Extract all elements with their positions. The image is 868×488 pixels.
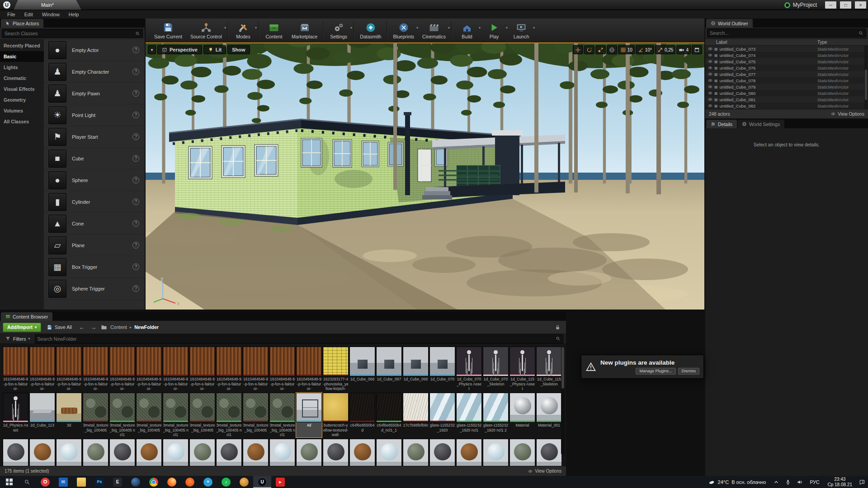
asset-partial[interactable] (536, 439, 562, 466)
asset-1d-cube-070-skeleton[interactable]: 1d_Cube_070_Skeleton (483, 347, 509, 391)
visibility-eye-icon[interactable] (708, 97, 713, 102)
asset-partial[interactable] (189, 439, 215, 466)
help-icon[interactable]: ? (132, 68, 139, 75)
action-center-button[interactable] (856, 479, 868, 485)
asset-1610484648-9-p-fon-s-fakturoi[interactable]: 1610484648-9-p-fon-s-fakturoi- (296, 347, 322, 391)
taskbar-app-mail[interactable]: ✉ (54, 476, 72, 488)
breadcrumb-newfolder[interactable]: NewFolder (134, 324, 159, 330)
forward-button[interactable]: → (89, 324, 98, 331)
asset-3metal-texture-big-100405[interactable]: 3metal_texture_big_100405 (83, 393, 108, 437)
asset-1610484648-9-p-fon-s-fakturoi[interactable]: 1610484648-9-p-fon-s-fakturoi- (109, 347, 135, 391)
asset-3metal-texture-big-100405-ncl1[interactable]: 3metal_texture_big_100405 ncl1 (216, 393, 242, 437)
asset-1610484648-9-p-fon-s-fakturoi[interactable]: 1610484648-9-p-fon-s-fakturoi- (56, 347, 82, 391)
asset-17c7b98fefb9c[interactable]: 17c7b98fefb9c (403, 393, 429, 437)
toolbar-datasmith-button[interactable]: Datasmith (356, 19, 385, 42)
visibility-eye-icon[interactable] (708, 59, 713, 64)
help-icon[interactable]: ? (132, 155, 139, 162)
asset-partial[interactable] (483, 439, 509, 466)
start-button[interactable] (0, 476, 18, 488)
toolbar-play-button[interactable]: ▾Play (481, 19, 508, 42)
asset-partial[interactable] (83, 439, 108, 466)
asset-glass-1155232-1920-ncl1-2[interactable]: glass-1155232_1920 ncl1 2 (483, 393, 509, 437)
view-options-button[interactable]: View Options (830, 112, 864, 117)
asset-partial[interactable] (403, 439, 429, 466)
mic-tray-button[interactable] (782, 479, 794, 485)
asset-1d-cube-070[interactable]: 1d_Cube_070 (429, 347, 455, 391)
asset-1610484648-9-p-fon-s-fakturoi[interactable]: 1610484648-9-p-fon-s-fakturoi- (29, 347, 55, 391)
menu-file[interactable]: File (3, 11, 20, 18)
help-icon[interactable]: ? (132, 112, 139, 118)
breadcrumb-content[interactable]: Content (110, 324, 127, 330)
weather-widget[interactable]: 24°C В осн. облачно (703, 479, 771, 485)
asset-1d-cube-066[interactable]: 1d_Cube_066 (349, 347, 375, 391)
visibility-eye-icon[interactable] (708, 72, 713, 76)
taskbar-search-button[interactable] (18, 476, 36, 488)
asset-1610484648-9-p-fon-s-fakturoi[interactable]: 1610484648-9-p-fon-s-fakturoi- (163, 347, 189, 391)
visibility-eye-icon[interactable] (708, 84, 713, 89)
asset-partial[interactable] (509, 439, 535, 466)
outliner-row[interactable]: ▦untitled_Cube_078StaticMeshActor (705, 77, 868, 84)
asset-1d-cube-067[interactable]: 1d_Cube_067 (376, 347, 402, 391)
asset-3metal-texture-big-100405-ncl1[interactable]: 3metal_texture_big_100405 ncl1 (163, 393, 189, 437)
place-actor-sphere[interactable]: ●Sphere? (44, 169, 145, 191)
outliner-row[interactable]: ▦untitled_Cube_075StaticMeshActor (705, 58, 868, 65)
tab-details[interactable]: Details (706, 120, 737, 128)
asset-3metal-texture-big-100405[interactable]: 3metal_texture_big_100405 (189, 393, 215, 437)
place-actor-plane[interactable]: ▱Plane? (44, 235, 145, 256)
taskbar-app-steam[interactable] (127, 476, 145, 488)
tab-world-settings[interactable]: World Settings (737, 120, 784, 128)
scale-button[interactable] (595, 45, 606, 54)
asset-partial[interactable] (243, 439, 269, 466)
category-volumes[interactable]: Volumes (0, 105, 44, 116)
asset-1610484648-9-p-fon-s-fakturoi[interactable]: 1610484648-9-p-fon-s-fakturoi- (83, 347, 108, 391)
asset-1610484648-9-p-fon-s-fakturoi[interactable]: 1610484648-9-p-fon-s-fakturoi- (136, 347, 162, 391)
outliner-row[interactable]: ▦untitled_Cube_079StaticMeshActor (705, 84, 868, 90)
viewport[interactable]: ▾PerspectiveLitShow 1010°0,254 Z x (146, 43, 704, 310)
chevron-down-icon[interactable]: ▾ (533, 26, 535, 30)
category-cinematic[interactable]: Cinematic (0, 73, 44, 84)
minimize-button[interactable]: ─ (825, 1, 836, 9)
camera-speed-button[interactable]: 4 (676, 45, 691, 54)
visibility-eye-icon[interactable] (708, 78, 713, 83)
help-icon[interactable]: ? (132, 177, 139, 183)
chevron-down-icon[interactable]: ▾ (255, 26, 257, 30)
lock-icon[interactable] (555, 324, 561, 330)
angle-snap-button[interactable]: 10° (636, 45, 654, 54)
outliner-row[interactable]: ▦untitled_Cube_081StaticMeshActor (705, 96, 868, 103)
toolbar-save-current-button[interactable]: Save Current (150, 19, 186, 42)
viewport-options-button[interactable]: ▾ (148, 45, 156, 54)
visibility-eye-icon[interactable] (708, 66, 713, 70)
outliner-row[interactable]: ▦untitled_Cube_082StaticMeshActor (705, 103, 868, 109)
rotate-button[interactable] (584, 45, 594, 54)
asset-partial[interactable] (456, 439, 482, 466)
outliner-row[interactable]: ▦untitled_Cube_074StaticMeshActor (705, 52, 868, 58)
help-icon[interactable]: ? (132, 90, 139, 97)
asset-glass-1155232-1920-ncl1[interactable]: glass-1155232_1920 ncl1 (456, 393, 482, 437)
toolbar-settings-button[interactable]: ▾Settings (325, 19, 352, 42)
outliner-row[interactable]: ▦untitled_Cube_076StaticMeshActor (705, 65, 868, 71)
asset-2d-cube-113[interactable]: 2d_Cube_113 (29, 393, 55, 437)
asset-glass-1155232-1920[interactable]: glass-1155232_1920 (429, 393, 455, 437)
asset-partial[interactable] (3, 439, 28, 466)
globe-button[interactable] (607, 45, 617, 54)
toolbar-modes-button[interactable]: ▾Modes (230, 19, 257, 42)
search-assets-input[interactable] (38, 336, 554, 342)
volume-tray-button[interactable] (794, 479, 806, 485)
scrollbar[interactable] (561, 346, 565, 455)
outliner-row[interactable]: ▦untitled_Cube_073StaticMeshActor (705, 46, 868, 52)
asset-partial[interactable] (56, 439, 82, 466)
toolbar-cinematics-button[interactable]: ▾Cinematics (418, 19, 450, 42)
move-button[interactable] (573, 45, 583, 54)
tray-expand-button[interactable] (770, 479, 782, 485)
place-actor-point-light[interactable]: ☀Point Light? (44, 104, 145, 126)
help-icon[interactable]: ? (132, 285, 139, 292)
asset-3metal-texture-big-100405[interactable]: 3metal_texture_big_100405 (243, 393, 269, 437)
asset-partial[interactable] (269, 439, 295, 466)
visibility-eye-icon[interactable] (708, 103, 713, 108)
toolbar-blueprints-button[interactable]: ▾Blueprints (389, 19, 418, 42)
scrollbar-thumb[interactable] (865, 70, 867, 100)
column-type[interactable]: Type (817, 40, 868, 45)
asset-c64f6e8550b4d[interactable]: c64f6e8550b4d (349, 393, 375, 437)
maximize-button[interactable] (692, 45, 702, 54)
help-icon[interactable]: ? (132, 198, 139, 205)
